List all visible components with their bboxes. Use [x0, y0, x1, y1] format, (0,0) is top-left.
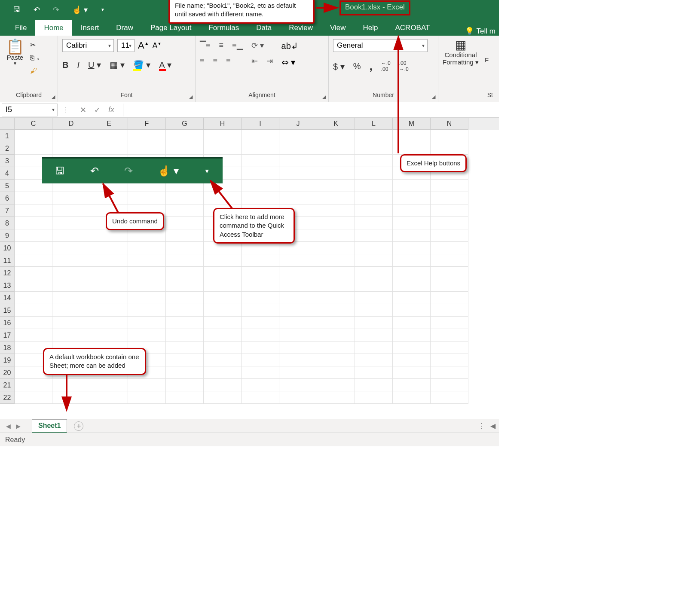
- cell[interactable]: [52, 279, 90, 292]
- cell[interactable]: [166, 242, 204, 254]
- cell[interactable]: [15, 379, 52, 391]
- cell[interactable]: [15, 229, 52, 242]
- cell[interactable]: [317, 167, 355, 180]
- cell[interactable]: [242, 366, 279, 379]
- cell[interactable]: [52, 204, 90, 217]
- comma-format-button[interactable]: ,: [369, 60, 372, 73]
- sheet-tab[interactable]: Sheet1: [32, 419, 67, 433]
- cell[interactable]: [15, 204, 52, 217]
- cell[interactable]: [128, 254, 166, 267]
- cell[interactable]: [431, 267, 468, 279]
- new-sheet-button[interactable]: +: [74, 421, 83, 431]
- cell[interactable]: [166, 254, 204, 267]
- cell[interactable]: [15, 329, 52, 342]
- cell[interactable]: [355, 317, 393, 329]
- cell[interactable]: [279, 167, 317, 180]
- cell[interactable]: [166, 142, 204, 155]
- cell[interactable]: [128, 329, 166, 342]
- accounting-format-button[interactable]: $ ▾: [333, 61, 345, 72]
- cell[interactable]: [204, 329, 242, 342]
- cell[interactable]: [90, 229, 128, 242]
- cell[interactable]: [166, 379, 204, 391]
- number-format-combo[interactable]: General▼: [333, 39, 428, 52]
- row-header[interactable]: 3: [0, 155, 15, 167]
- select-all-triangle[interactable]: [0, 118, 15, 130]
- cell[interactable]: [279, 279, 317, 292]
- increase-indent-icon[interactable]: ⇥: [266, 56, 273, 66]
- cell[interactable]: [317, 292, 355, 304]
- cell[interactable]: [242, 242, 279, 254]
- dialog-launcher-icon[interactable]: ◢: [432, 94, 435, 100]
- cell[interactable]: [52, 304, 90, 317]
- cell[interactable]: [204, 354, 242, 366]
- cell[interactable]: [279, 354, 317, 366]
- cell[interactable]: [52, 317, 90, 329]
- cell[interactable]: [317, 366, 355, 379]
- cell[interactable]: [317, 354, 355, 366]
- column-header[interactable]: N: [431, 118, 468, 130]
- cell[interactable]: [204, 279, 242, 292]
- font-name-combo[interactable]: Calibri▼: [62, 39, 114, 52]
- borders-button[interactable]: ▦ ▾: [110, 60, 125, 70]
- column-header[interactable]: K: [317, 118, 355, 130]
- column-header[interactable]: D: [52, 118, 90, 130]
- cell[interactable]: [393, 254, 431, 267]
- cut-icon[interactable]: ✂: [30, 41, 40, 49]
- cell[interactable]: [52, 130, 90, 142]
- cell[interactable]: [90, 304, 128, 317]
- row-header[interactable]: 21: [0, 379, 15, 391]
- cell[interactable]: [279, 267, 317, 279]
- italic-button[interactable]: I: [77, 60, 80, 70]
- row-header[interactable]: 1: [0, 130, 15, 142]
- cell[interactable]: [393, 329, 431, 342]
- row-header[interactable]: 4: [0, 167, 15, 180]
- cell[interactable]: [393, 292, 431, 304]
- format-painter-icon[interactable]: 🖌: [30, 67, 40, 75]
- cell[interactable]: [355, 304, 393, 317]
- cell[interactable]: [279, 317, 317, 329]
- cell[interactable]: [393, 366, 431, 379]
- row-header[interactable]: 18: [0, 342, 15, 354]
- cell[interactable]: [279, 242, 317, 254]
- cell[interactable]: [90, 142, 128, 155]
- cell[interactable]: [15, 292, 52, 304]
- cell[interactable]: [52, 267, 90, 279]
- cell[interactable]: [317, 267, 355, 279]
- cell[interactable]: [90, 242, 128, 254]
- column-header[interactable]: L: [355, 118, 393, 130]
- cell[interactable]: [90, 379, 128, 391]
- cell[interactable]: [393, 279, 431, 292]
- cell[interactable]: [15, 242, 52, 254]
- redo-icon[interactable]: ↷: [124, 165, 133, 177]
- sheet-nav-next-icon[interactable]: ▶: [13, 423, 23, 430]
- cell[interactable]: [393, 354, 431, 366]
- cell[interactable]: [15, 267, 52, 279]
- cell[interactable]: [279, 254, 317, 267]
- cell[interactable]: [317, 142, 355, 155]
- cell[interactable]: [128, 292, 166, 304]
- column-header[interactable]: E: [90, 118, 128, 130]
- cell[interactable]: [279, 292, 317, 304]
- row-header[interactable]: 17: [0, 329, 15, 342]
- cell[interactable]: [128, 304, 166, 317]
- row-header[interactable]: 7: [0, 204, 15, 217]
- cell[interactable]: [242, 180, 279, 192]
- cell[interactable]: [52, 379, 90, 391]
- cell[interactable]: [128, 391, 166, 404]
- cell[interactable]: [317, 317, 355, 329]
- cell[interactable]: [317, 254, 355, 267]
- cell[interactable]: [431, 391, 468, 404]
- column-header[interactable]: G: [166, 118, 204, 130]
- row-header[interactable]: 14: [0, 292, 15, 304]
- cell[interactable]: [393, 217, 431, 229]
- cell[interactable]: [431, 354, 468, 366]
- align-middle-icon[interactable]: ≡: [219, 41, 224, 50]
- dialog-launcher-icon[interactable]: ◢: [52, 94, 55, 100]
- cell[interactable]: [128, 279, 166, 292]
- cell[interactable]: [90, 317, 128, 329]
- column-header[interactable]: I: [242, 118, 279, 130]
- column-header[interactable]: H: [204, 118, 242, 130]
- tab-view[interactable]: View: [321, 20, 355, 36]
- cell[interactable]: [204, 242, 242, 254]
- cell[interactable]: [166, 317, 204, 329]
